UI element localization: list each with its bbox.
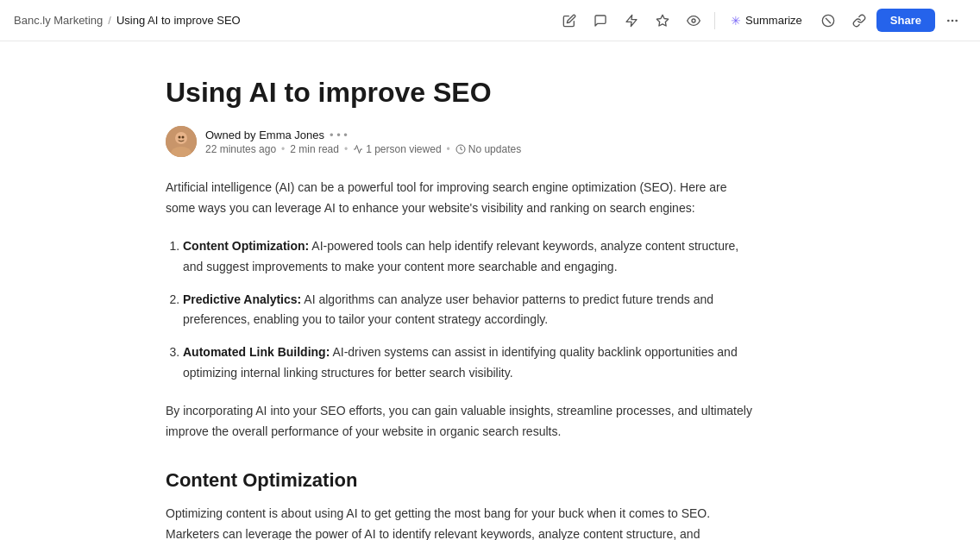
viewers-info: 1 person viewed bbox=[353, 143, 441, 155]
list-item: Predictive Analytics: AI algorithms can … bbox=[183, 290, 759, 331]
sep1: • bbox=[281, 143, 285, 155]
owner-name: Owned by Emma Jones bbox=[205, 129, 324, 141]
sep3: • bbox=[447, 143, 450, 155]
avatar bbox=[166, 126, 197, 157]
edit-button[interactable] bbox=[556, 7, 583, 35]
meta-details: 22 minutes ago • 2 min read • 1 person v… bbox=[205, 143, 521, 155]
svg-line-4 bbox=[826, 18, 830, 22]
list-item-3-label: Automated Link Building: bbox=[183, 345, 330, 359]
meta-text: Owned by Emma Jones • • • 22 minutes ago… bbox=[205, 129, 521, 155]
chart-icon bbox=[353, 144, 363, 154]
list-item: Content Optimization: AI-powered tools c… bbox=[183, 236, 759, 278]
clock-icon bbox=[455, 144, 466, 154]
summarize-icon: ✳ bbox=[731, 14, 741, 28]
edit-icon bbox=[562, 14, 576, 28]
star-button[interactable] bbox=[649, 7, 676, 35]
view-button[interactable] bbox=[680, 7, 707, 35]
comment-button[interactable] bbox=[587, 7, 614, 35]
noformat-icon bbox=[821, 14, 835, 28]
breadcrumb: Banc.ly Marketing / Using AI to improve … bbox=[14, 14, 241, 27]
read-time: 2 min read bbox=[290, 143, 339, 155]
noformat-button[interactable] bbox=[814, 7, 842, 35]
eye-icon bbox=[687, 14, 700, 28]
numbered-list: Content Optimization: AI-powered tools c… bbox=[166, 236, 759, 384]
topbar: Banc.ly Marketing / Using AI to improve … bbox=[0, 0, 980, 41]
intro-paragraph: Artificial intelligence (AI) can be a po… bbox=[166, 178, 759, 219]
svg-point-5 bbox=[948, 20, 949, 21]
meta-more-button[interactable]: • • • bbox=[330, 129, 348, 141]
more-icon bbox=[945, 14, 959, 28]
summarize-label: Summarize bbox=[745, 14, 802, 27]
lightning-button[interactable] bbox=[618, 7, 645, 35]
page-title: Using AI to improve SEO bbox=[166, 76, 759, 109]
meta-owner-row: Owned by Emma Jones • • • bbox=[205, 129, 521, 141]
updates-info: No updates bbox=[455, 143, 521, 155]
avatar-image bbox=[166, 126, 197, 157]
link-button[interactable] bbox=[845, 7, 873, 35]
svg-point-6 bbox=[952, 20, 952, 21]
svg-point-2 bbox=[692, 19, 695, 22]
comment-icon bbox=[594, 14, 607, 28]
star-icon bbox=[656, 14, 669, 28]
updates-label: No updates bbox=[468, 143, 521, 155]
breadcrumb-separator: / bbox=[108, 14, 111, 27]
avatar-svg bbox=[166, 126, 197, 157]
viewers-count: 1 person viewed bbox=[366, 143, 441, 155]
lightning-icon bbox=[625, 14, 638, 28]
timestamp: 22 minutes ago bbox=[205, 143, 276, 155]
toolbar: ✳ Summarize Share bbox=[556, 7, 966, 35]
more-button[interactable] bbox=[939, 7, 966, 35]
content-area: Using AI to improve SEO Owned by Emma Jo… bbox=[0, 41, 828, 540]
link-icon bbox=[852, 14, 866, 28]
svg-marker-0 bbox=[626, 15, 637, 26]
meta-row: Owned by Emma Jones • • • 22 minutes ago… bbox=[166, 126, 759, 157]
section-body: Optimizing content is about using AI to … bbox=[166, 504, 759, 540]
svg-marker-1 bbox=[656, 15, 668, 26]
section-heading: Content Optimization bbox=[166, 469, 759, 492]
list-item: Automated Link Building: AI-driven syste… bbox=[183, 342, 759, 384]
toolbar-divider bbox=[714, 12, 715, 29]
list-item-1-label: Content Optimization: bbox=[183, 239, 309, 253]
sep2: • bbox=[344, 143, 348, 155]
summarize-button[interactable]: ✳ Summarize bbox=[722, 9, 811, 32]
breadcrumb-current: Using AI to improve SEO bbox=[116, 14, 241, 27]
svg-point-9 bbox=[175, 132, 187, 144]
svg-point-11 bbox=[179, 136, 181, 139]
svg-point-7 bbox=[956, 20, 957, 21]
conclusion-paragraph: By incorporating AI into your SEO effort… bbox=[166, 401, 759, 443]
list-item-2-label: Predictive Analytics: bbox=[183, 292, 301, 306]
svg-point-12 bbox=[182, 136, 185, 139]
breadcrumb-root[interactable]: Banc.ly Marketing bbox=[14, 14, 103, 27]
share-button[interactable]: Share bbox=[876, 9, 935, 32]
